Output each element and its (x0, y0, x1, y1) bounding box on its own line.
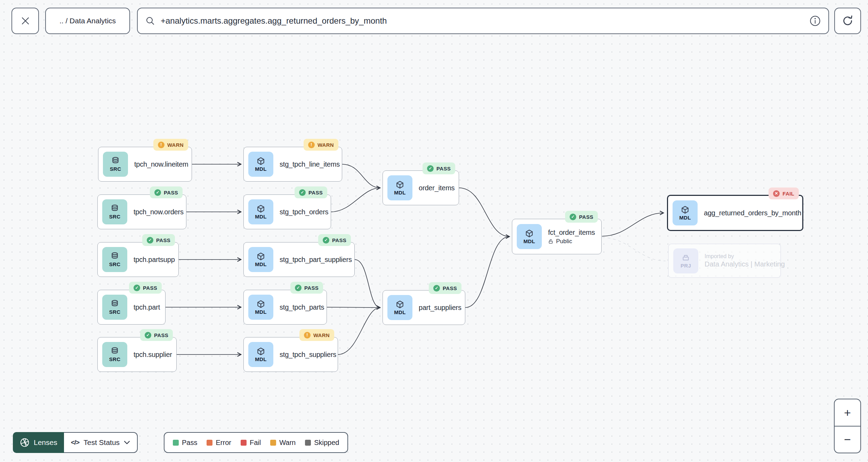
model-chip: MDL (387, 295, 412, 320)
model-chip: MDL (248, 295, 273, 320)
node-tpch-supplier[interactable]: ✓ PASS SRC tpch.supplier (97, 337, 177, 372)
source-chip: SRC (102, 342, 127, 367)
zoom-out-button[interactable]: − (835, 427, 860, 453)
zoom-in-button[interactable]: + (835, 399, 860, 426)
chevron-down-icon (124, 440, 130, 445)
check-icon: ✓ (154, 189, 161, 196)
refresh-button[interactable] (834, 8, 861, 34)
imported-by-label: Imported by (705, 253, 785, 260)
check-icon: ✓ (145, 332, 151, 338)
node-label: stg_tpch_parts (280, 303, 324, 311)
node-order-items[interactable]: ✓ PASS MDL order_items (383, 170, 459, 205)
unlock-icon (548, 239, 554, 244)
status-badge: ✓ PASS (129, 282, 162, 294)
check-icon: ✓ (299, 189, 306, 196)
test-status-legend: Pass Error Fail Warn Skipped (164, 432, 348, 453)
check-icon: ✓ (433, 285, 440, 292)
legend-item-error: Error (207, 439, 231, 447)
node-imported-by-project: PRJ Imported by Data Analytics | Marketi… (668, 244, 781, 278)
node-label: stg_tpch_line_items (280, 160, 340, 168)
node-label: part_suppliers (419, 304, 461, 312)
source-chip: SRC (102, 247, 127, 272)
lens-selector-test-status[interactable]: </> Test Status (64, 432, 138, 453)
close-icon (20, 16, 31, 26)
model-chip: MDL (517, 224, 542, 249)
node-label: fct_order_items (548, 229, 595, 237)
model-chip: MDL (387, 175, 412, 200)
search-input[interactable] (161, 16, 810, 26)
source-chip: SRC (103, 152, 128, 177)
node-stg-tpch-part-suppliers[interactable]: ✓ PASS MDL stg_tpch_part_suppliers (243, 242, 355, 277)
model-chip: MDL (248, 199, 273, 224)
model-chip: MDL (248, 152, 273, 177)
node-part-suppliers[interactable]: ✓ PASS MDL part_suppliers (383, 290, 465, 325)
model-chip: MDL (248, 342, 273, 367)
info-icon[interactable] (810, 15, 821, 26)
node-stg-tpch-parts[interactable]: ✓ PASS MDL stg_tpch_parts (243, 290, 327, 325)
warn-icon: ! (158, 142, 164, 148)
node-stg-tpch-suppliers[interactable]: ! WARN MDL stg_tpch_suppliers (243, 337, 338, 372)
node-label: tpch.partsupp (134, 256, 175, 264)
warn-swatch (270, 440, 276, 446)
status-badge: ✓ PASS (140, 329, 173, 341)
check-icon: ✓ (295, 285, 302, 291)
source-chip: SRC (102, 295, 127, 320)
search-bar[interactable] (137, 8, 829, 34)
status-badge: ✓ PASS (565, 211, 598, 223)
model-chip: MDL (673, 200, 698, 225)
lineage-edges (0, 0, 868, 462)
node-tpch-partsupp[interactable]: ✓ PASS SRC tpch.partsupp (97, 242, 179, 277)
lens-aperture-icon (19, 437, 30, 448)
fail-icon: ✕ (773, 190, 780, 197)
node-label: stg_tpch_suppliers (280, 351, 336, 359)
node-tpch-now-orders[interactable]: ✓ PASS SRC tpch_now.orders (97, 194, 186, 229)
warn-icon: ! (304, 332, 311, 338)
node-label: stg_tpch_orders (280, 208, 328, 216)
pass-swatch (173, 440, 179, 446)
node-label: tpch.supplier (134, 351, 172, 359)
check-icon: ✓ (570, 214, 576, 220)
legend-item-skipped: Skipped (305, 439, 339, 447)
visibility-label: Public (548, 238, 595, 245)
node-stg-tpch-line-items[interactable]: ! WARN MDL stg_tpch_line_items (243, 147, 342, 182)
node-label: tpch_now.lineitem (134, 160, 188, 168)
node-label: stg_tpch_part_suppliers (280, 256, 352, 264)
node-label: order_items (419, 184, 455, 192)
legend-item-warn: Warn (270, 439, 296, 447)
node-stg-tpch-orders[interactable]: ✓ PASS MDL stg_tpch_orders (243, 194, 331, 229)
status-badge: ✓ PASS (318, 234, 351, 246)
status-badge: ✓ PASS (295, 186, 327, 198)
node-label: tpch_now.orders (134, 208, 184, 216)
legend-item-fail: Fail (241, 439, 261, 447)
code-icon: </> (71, 439, 79, 446)
refresh-icon (842, 15, 854, 27)
project-chip: PRJ (673, 248, 698, 273)
zoom-controls: + − (834, 399, 861, 453)
breadcrumb[interactable]: .. / Data Analytics (45, 8, 130, 34)
status-badge: ! WARN (299, 329, 334, 341)
status-badge: ✓ PASS (423, 162, 455, 174)
skipped-swatch (305, 440, 311, 446)
model-chip: MDL (248, 247, 273, 272)
lenses-button[interactable]: Lenses (13, 432, 64, 453)
close-button[interactable] (11, 8, 39, 34)
check-icon: ✓ (147, 237, 153, 244)
status-badge: ✓ PASS (142, 234, 175, 246)
legend-item-pass: Pass (173, 439, 197, 447)
status-badge: ! WARN (153, 139, 188, 151)
node-agg-returned-orders-by-month[interactable]: ✕ FAIL MDL agg_returned_orders_by_month (667, 195, 803, 231)
node-tpch-now-lineitem[interactable]: ! WARN SRC tpch_now.lineitem (98, 147, 192, 182)
status-badge: ✓ PASS (429, 282, 461, 294)
error-swatch (207, 440, 212, 446)
warn-icon: ! (308, 142, 315, 148)
status-badge: ✓ PASS (290, 282, 323, 294)
node-fct-order-items[interactable]: ✓ PASS MDL fct_order_items Public (512, 219, 602, 254)
check-icon: ✓ (134, 285, 140, 291)
node-label: tpch.part (134, 303, 160, 311)
check-icon: ✓ (427, 165, 434, 172)
node-label: agg_returned_orders_by_month (704, 209, 801, 217)
lens-control: Lenses </> Test Status (13, 432, 138, 453)
node-tpch-part[interactable]: ✓ PASS SRC tpch.part (97, 290, 166, 325)
fail-swatch (241, 440, 247, 446)
search-icon (145, 16, 155, 26)
